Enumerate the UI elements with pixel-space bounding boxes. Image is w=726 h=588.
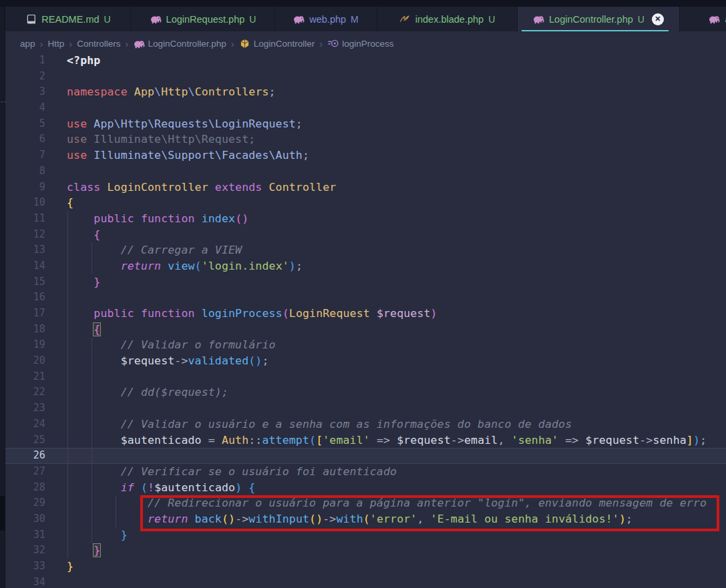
code-line[interactable]: 23	[0, 400, 726, 416]
code-line[interactable]: 6use Illuminate\Http\Request;	[0, 131, 726, 148]
code-text: // Validar o usuário e a senha com as in…	[67, 416, 572, 432]
code-line[interactable]: 5use App\Http\Requests\LoginRequest;	[0, 116, 726, 132]
git-status-badge: U	[488, 14, 495, 25]
breadcrumb-label: app	[20, 39, 35, 49]
breadcrumb-label: Controllers	[77, 39, 120, 49]
code-line[interactable]: 25 $autenticado = Auth::attempt(['email'…	[0, 432, 726, 449]
close-icon[interactable]: ✕	[652, 13, 664, 25]
breadcrumb-item-app[interactable]: app	[20, 39, 35, 49]
code-text: public function index()	[67, 211, 248, 227]
code-text: public function loginProcess(LoginReques…	[67, 306, 437, 322]
line-number: 25	[0, 432, 45, 449]
line-number: 14	[0, 258, 45, 274]
code-line[interactable]: 15 }	[0, 274, 726, 290]
chevron-right-icon: ›	[126, 38, 129, 49]
code-line[interactable]: 34	[0, 575, 726, 588]
line-number: 21	[0, 369, 45, 385]
code-text: // Validar o formulário	[67, 337, 276, 353]
line-number: 22	[0, 384, 45, 400]
breadcrumb-item-controllers[interactable]: Controllers	[77, 39, 120, 49]
line-number: 8	[0, 164, 45, 180]
vscode-window: README.mdULoginRequest.phpUweb.phpMindex…	[0, 0, 726, 588]
code-line[interactable]: 7use Illuminate\Support\Facades\Auth;	[0, 148, 726, 164]
code-line[interactable]: 22 // dd($request);	[0, 384, 726, 400]
code-line[interactable]: 19 // Validar o formulário	[0, 337, 726, 353]
code-line[interactable]: 33}	[0, 559, 726, 575]
breadcrumb-item-logincontroller-php[interactable]: LoginController.php	[134, 38, 226, 49]
code-line[interactable]: 24 // Validar o usuário e a senha com as…	[0, 416, 726, 432]
code-line[interactable]: 13 // Carregar a VIEW	[0, 242, 726, 258]
tab-auth[interactable]: auth	[680, 7, 726, 31]
code-line[interactable]: 20 $request->validated();	[0, 353, 726, 369]
breadcrumb-item-logincontroller[interactable]: LoginController	[239, 38, 315, 49]
code-line[interactable]: 27 // Verificar se o usuário foi autenti…	[0, 464, 726, 480]
code-line[interactable]: 9class LoginController extends Controlle…	[0, 180, 726, 196]
method-icon	[327, 38, 339, 49]
book-icon	[25, 13, 37, 25]
code-text: class LoginController extends Controller	[67, 180, 336, 196]
code-text: {	[67, 195, 73, 211]
code-line[interactable]: 14 return view('login.index');	[0, 258, 726, 274]
code-line[interactable]: 32 }	[0, 543, 726, 559]
blade-icon	[399, 13, 411, 25]
code-line[interactable]: 18 {	[0, 322, 726, 338]
code-line[interactable]: 8	[0, 164, 726, 180]
line-number: 19	[0, 337, 45, 353]
line-number: 12	[0, 227, 45, 243]
tab-loginrequest-php[interactable]: LoginRequest.phpU	[132, 7, 275, 31]
code-line[interactable]: 2	[0, 69, 726, 85]
php-icon	[293, 13, 305, 25]
chevron-right-icon: ›	[69, 38, 72, 49]
line-number: 27	[0, 464, 45, 480]
code-text: return view('login.index');	[67, 258, 303, 274]
code-line[interactable]: 17 public function loginProcess(LoginReq…	[0, 306, 726, 322]
php-icon	[533, 13, 544, 25]
line-number: 13	[0, 242, 45, 258]
git-status-badge: M	[351, 14, 359, 25]
chevron-right-icon: ›	[319, 38, 323, 49]
code-text: $request->validated();	[67, 353, 269, 369]
code-line[interactable]: 16	[0, 290, 726, 306]
code-line[interactable]: 3namespace App\Http\Controllers;	[0, 84, 726, 100]
line-number: 11	[0, 211, 45, 227]
tab-web-php[interactable]: web.phpM	[275, 7, 377, 31]
code-text: }	[67, 543, 100, 559]
sash-dots[interactable]: ··	[1, 97, 7, 105]
code-line[interactable]: 12 {	[0, 227, 726, 243]
line-number: 33	[0, 559, 45, 575]
line-number: 10	[0, 195, 45, 211]
indent-guide	[116, 496, 116, 527]
tab-readme-md[interactable]: README.mdU	[5, 7, 132, 31]
breadcrumb: app›Http›Controllers›LoginController.php…	[5, 34, 726, 53]
chevron-right-icon: ›	[231, 38, 234, 49]
editor-tab-bar: README.mdULoginRequest.phpUweb.phpMindex…	[5, 7, 726, 31]
php-icon	[134, 38, 145, 49]
code-line[interactable]: 1<?php	[0, 53, 726, 69]
code-text: // Verificar se o usuário foi autenticad…	[67, 464, 397, 480]
code-line[interactable]: 11 public function index()	[0, 211, 726, 227]
code-line[interactable]: 26	[0, 448, 726, 464]
breadcrumb-label: Http	[48, 39, 65, 49]
code-line[interactable]: 10{	[0, 195, 726, 211]
code-line[interactable]: 21	[0, 369, 726, 385]
tab-index-blade-php[interactable]: index.blade.phpU	[377, 7, 518, 31]
tab-logincontroller-php[interactable]: LoginController.phpU✕	[518, 7, 680, 31]
breadcrumb-item-loginprocess[interactable]: loginProcess	[327, 38, 393, 49]
line-number: 24	[0, 416, 45, 432]
line-number: 28	[0, 480, 45, 496]
annotation-red-box	[140, 495, 719, 531]
chevron-right-icon: ›	[40, 38, 43, 49]
line-number: 32	[0, 543, 45, 559]
line-number: 18	[0, 322, 45, 338]
code-line[interactable]: 28 if (!$autenticado) {	[0, 480, 726, 496]
tab-label: LoginRequest.php	[166, 14, 245, 25]
code-text: use App\Http\Requests\LoginRequest;	[67, 116, 303, 132]
code-text: }	[67, 559, 73, 575]
line-number: 2	[0, 69, 45, 85]
php-icon	[709, 13, 720, 25]
line-number: 9	[0, 180, 45, 196]
code-text: use Illuminate\Support\Facades\Auth;	[67, 148, 309, 164]
tab-label: web.php	[309, 14, 346, 25]
code-line[interactable]: 4	[0, 100, 726, 116]
breadcrumb-item-http[interactable]: Http	[48, 39, 65, 49]
